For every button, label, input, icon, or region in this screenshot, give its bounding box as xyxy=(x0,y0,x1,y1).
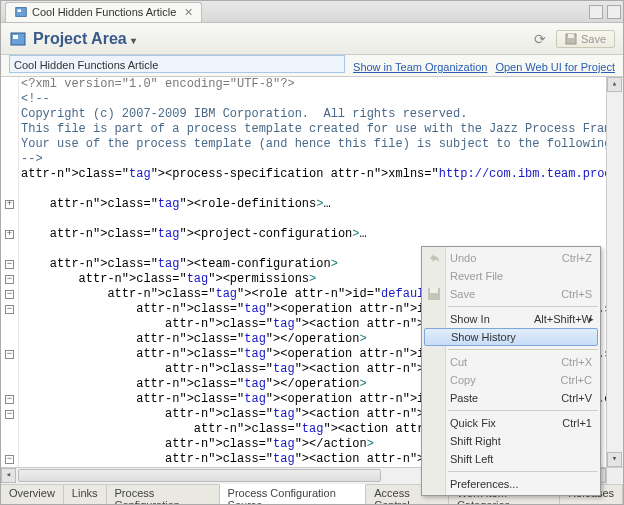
fold-toggle[interactable]: − xyxy=(5,260,14,269)
menu-separator xyxy=(448,349,598,350)
menu-item-preferences[interactable]: Preferences... xyxy=(422,475,600,493)
dropdown-icon: ▾ xyxy=(131,35,136,46)
bottom-tab-process-configuration[interactable]: Process Configuration xyxy=(107,485,220,504)
context-menu: UndoCtrl+ZRevert FileSaveCtrl+SShow InAl… xyxy=(421,246,601,496)
fold-toggle[interactable]: − xyxy=(5,455,14,464)
sub-header: Cool Hidden Functions Article Show in Te… xyxy=(1,55,623,77)
scroll-down-icon[interactable]: ▾ xyxy=(607,452,622,467)
menu-separator xyxy=(448,410,598,411)
fold-toggle[interactable]: − xyxy=(5,290,14,299)
bottom-tab-overview[interactable]: Overview xyxy=(1,485,64,504)
svg-rect-1 xyxy=(18,9,22,12)
editor-tab[interactable]: Cool Hidden Functions Article ✕ xyxy=(5,2,202,22)
form-header: Project Area ▾ ⟳ Save xyxy=(1,23,623,55)
fold-toggle[interactable]: + xyxy=(5,200,14,209)
fold-toggle[interactable]: + xyxy=(5,230,14,239)
fold-toggle[interactable]: − xyxy=(5,350,14,359)
fold-toggle[interactable]: − xyxy=(5,275,14,284)
save-icon xyxy=(426,286,442,302)
title-input[interactable]: Cool Hidden Functions Article xyxy=(9,55,345,73)
minimize-button[interactable] xyxy=(589,5,603,19)
menu-item-revert-file: Revert File xyxy=(422,267,600,285)
bottom-tab-process-configuration-source[interactable]: Process Configuration Source xyxy=(220,484,367,504)
svg-rect-5 xyxy=(568,34,574,38)
menu-item-cut: CutCtrl+X xyxy=(422,353,600,371)
page-title[interactable]: Project Area ▾ xyxy=(33,30,524,48)
svg-rect-3 xyxy=(13,35,18,39)
menu-item-show-in[interactable]: Show InAlt+Shift+W▸ xyxy=(422,310,600,328)
menu-item-shift-left[interactable]: Shift Left xyxy=(422,450,600,468)
close-icon[interactable]: ✕ xyxy=(184,6,193,19)
open-webui-link[interactable]: Open Web UI for Project xyxy=(495,61,615,73)
svg-rect-7 xyxy=(430,288,438,293)
maximize-button[interactable] xyxy=(607,5,621,19)
fold-toggle[interactable]: − xyxy=(5,410,14,419)
refresh-button[interactable]: ⟳ xyxy=(530,31,550,47)
fold-toggle[interactable]: − xyxy=(5,305,14,314)
scroll-up-icon[interactable]: ▴ xyxy=(607,77,622,92)
menu-item-paste[interactable]: PasteCtrl+V xyxy=(422,389,600,407)
fold-gutter[interactable]: ++−−−−−−−− xyxy=(1,77,19,467)
project-area-icon xyxy=(9,30,27,48)
scroll-left-icon[interactable]: ◂ xyxy=(1,468,16,483)
menu-item-save: SaveCtrl+S xyxy=(422,285,600,303)
vertical-scrollbar[interactable]: ▴ ▾ xyxy=(606,77,623,467)
menu-item-quick-fix[interactable]: Quick FixCtrl+1 xyxy=(422,414,600,432)
menu-item-copy: CopyCtrl+C xyxy=(422,371,600,389)
editor-tab-bar: Cool Hidden Functions Article ✕ xyxy=(1,1,623,23)
scroll-thumb[interactable] xyxy=(18,469,381,482)
scroll-corner xyxy=(606,467,623,484)
save-icon xyxy=(565,33,577,45)
menu-separator xyxy=(448,471,598,472)
project-area-icon xyxy=(14,5,28,19)
menu-item-undo: UndoCtrl+Z xyxy=(422,249,600,267)
menu-item-shift-right[interactable]: Shift Right xyxy=(422,432,600,450)
undo-icon xyxy=(426,250,442,266)
bottom-tab-links[interactable]: Links xyxy=(64,485,107,504)
menu-item-show-history[interactable]: Show History xyxy=(424,328,598,346)
show-in-team-link[interactable]: Show in Team Organization xyxy=(353,61,487,73)
save-button[interactable]: Save xyxy=(556,30,615,48)
fold-toggle[interactable]: − xyxy=(5,395,14,404)
menu-separator xyxy=(448,306,598,307)
submenu-arrow-icon: ▸ xyxy=(589,314,594,324)
editor-tab-label: Cool Hidden Functions Article xyxy=(32,6,176,18)
